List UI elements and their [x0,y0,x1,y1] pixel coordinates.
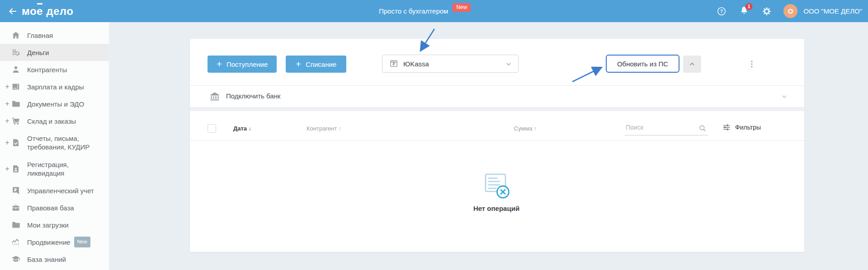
promo-banner[interactable]: Просто с бухгалтером New [379,0,471,22]
sidebar-item-home[interactable]: Главная [0,27,109,44]
sidebar-item-label: Контрагенты [27,65,67,74]
topbar-right: ? 1 O ООО "МОЕ ДЕЛО" [717,0,862,22]
logo-accent-letter: е [37,5,43,18]
chart-pulse-icon [11,237,21,247]
app: мое дело Просто с бухгалтером New ? 1 O … [0,0,868,270]
svg-text:₽: ₽ [392,62,395,66]
sidebar-item-label: База знаний [27,255,66,264]
sort-up-icon: ↑ [339,126,341,132]
wallet-select[interactable]: ₽ ЮKassa [382,55,519,73]
search-box [625,122,708,136]
chevron-up-icon [688,60,696,68]
bank-icon [209,91,221,102]
filters-label: Фильтры [735,124,761,131]
sidebar-item-label: Мои загрузки [27,221,69,229]
money-panel: + Поступление + Списание ₽ ЮKassa Обнови… [190,39,804,252]
kebab-icon [747,59,757,69]
logo[interactable]: мое дело [22,0,73,22]
gear-icon[interactable] [762,6,772,16]
sliders-icon [722,122,731,132]
connect-bank-label: Подключить банк [226,92,280,100]
sidebar-item-downloads[interactable]: Мои загрузки [0,216,109,233]
ruble-report-icon: ₽ [11,186,21,196]
filters-button[interactable]: Фильтры [722,121,761,134]
column-header-contractor[interactable]: Контрагент ↑ [307,125,341,132]
select-all-checkbox[interactable] [208,124,216,133]
sidebar-item-knowledge[interactable]: База знаний [0,251,109,268]
logo-text-suffix: дело [46,5,73,18]
sidebar-item-label: Управленческий учет [27,186,94,195]
sidebar-item-money[interactable]: ₽ Деньги [0,44,109,61]
empty-state-label: Нет операций [451,205,542,212]
help-icon[interactable]: ? [717,6,726,16]
graduation-cap-icon [11,254,21,264]
sidebar-item-label: Зарплата и кадры [27,83,84,91]
more-menu-button[interactable] [746,56,758,73]
plus-icon: + [296,59,301,69]
notification-count-badge: 1 [745,3,753,10]
chevron-down-icon[interactable] [780,93,788,101]
person-icon [11,65,21,74]
sidebar-item-registration[interactable]: + Регистрация, ликвидация [0,156,109,182]
expense-button[interactable]: + Списание [286,56,346,73]
promo-new-badge: New [453,3,471,12]
connect-bank-row[interactable]: Подключить банк [190,86,804,107]
folder-icon [11,99,21,109]
logo-text-prefix: мо [22,5,37,18]
sort-down-icon: ↓ [249,126,251,132]
income-button-label: Поступление [226,61,268,68]
avatar[interactable]: O [783,4,797,18]
cart-icon [11,116,21,126]
back-icon[interactable] [7,6,18,17]
svg-text:₽: ₽ [14,188,17,192]
sidebar-item-contractors[interactable]: Контрагенты [0,61,109,78]
sidebar-item-label: Деньги [27,48,49,57]
toolbar: + Поступление + Списание ₽ ЮKassa Обнови… [190,39,804,86]
expand-plus-icon[interactable]: + [4,139,11,147]
search-input[interactable] [625,122,708,135]
expand-plus-icon[interactable]: + [4,117,11,125]
folder-icon [11,220,21,230]
operations-table-header: Дата ↓ Контрагент ↑ Сумма ↑ Фильтры [190,111,804,141]
document-check-icon [11,138,21,148]
svg-text:₽: ₽ [16,51,19,56]
sidebar-item-salary[interactable]: + Зарплата и кадры [0,78,109,95]
sidebar: Главная ₽ Деньги Контрагенты + Зарплата … [0,22,109,270]
sidebar-item-documents[interactable]: + Документы и ЭДО [0,95,109,112]
section-divider [190,107,804,111]
expand-plus-icon[interactable]: + [4,100,11,108]
column-header-sum[interactable]: Сумма ↑ [443,125,537,132]
sidebar-item-label: Регистрация, ликвидация [27,160,103,177]
empty-state-icon [483,173,511,201]
sidebar-item-promotion[interactable]: Продвижение New [0,233,109,251]
topbar: мое дело Просто с бухгалтером New ? 1 O … [0,0,868,22]
sidebar-item-warehouse[interactable]: + Склад и заказы [0,112,109,130]
sidebar-item-legal[interactable]: Правовая база [0,199,109,216]
sidebar-item-reports[interactable]: + Отчеты, письма, требования, КУДИР [0,130,109,156]
wallet-select-value: ЮKassa [403,60,429,68]
search-icon [698,124,707,133]
collapse-button[interactable] [683,56,701,73]
sidebar-item-label: Главная [27,31,53,40]
expand-plus-icon[interactable]: + [4,83,11,91]
cash-register-icon: ₽ [389,59,399,69]
sidebar-item-label: Правовая база [27,204,74,212]
chevron-down-icon [505,60,513,68]
notifications-button[interactable]: 1 [739,5,749,17]
update-from-ps-button[interactable]: Обновить из ПС [606,55,679,73]
new-badge: New [74,237,90,247]
expand-plus-icon[interactable]: + [4,165,11,173]
sort-up-icon: ↑ [534,126,537,132]
sidebar-item-label: Склад и заказы [27,117,76,126]
column-header-date[interactable]: Дата ↓ [233,125,251,132]
account-name[interactable]: ООО "МОЕ ДЕЛО" [803,7,862,15]
briefcase-icon [11,203,21,213]
home-icon [11,30,21,40]
sidebar-item-management[interactable]: ₽ Управленческий учет [0,182,109,199]
income-button[interactable]: + Поступление [208,56,277,73]
expense-button-label: Списание [306,61,336,68]
plus-icon: + [217,59,222,69]
sidebar-item-label: Продвижение [27,238,71,247]
money-icon: ₽ [11,47,21,57]
svg-text:?: ? [720,8,723,14]
